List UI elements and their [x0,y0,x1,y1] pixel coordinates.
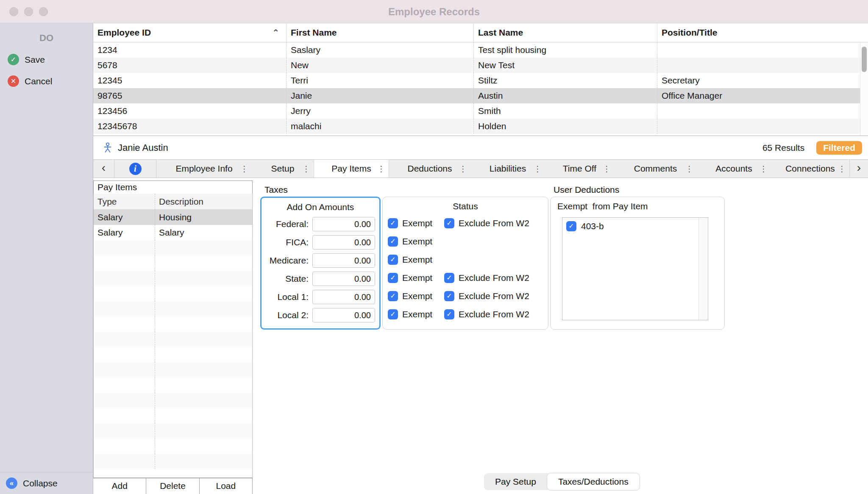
status-row-local2: ✓ Exempt ✓ Exclude From W2 [383,305,548,323]
tab-menu-dots-icon[interactable]: ⋮ [838,164,846,174]
close-window-button[interactable] [9,7,18,16]
tab-setup[interactable]: Setup⋮ [252,160,314,178]
tab-deductions[interactable]: Deductions⋮ [389,160,470,178]
status-row-state: ✓ Exempt ✓ Exclude From W2 [383,269,548,287]
user-deductions-section-label: User Deductions [554,185,619,195]
delete-button[interactable]: Delete [146,478,199,494]
cancel-button[interactable]: ✕ Cancel [0,75,93,87]
empty-row [94,362,252,377]
tab-accounts[interactable]: Accounts⋮ [697,160,771,178]
table-row[interactable]: 123456JerrySmith [93,103,868,119]
table-row[interactable]: 5678NewNew Test [93,58,868,73]
tab-liabilities[interactable]: Liabilities⋮ [470,160,545,178]
current-record-name: Janie Austin [118,142,168,153]
minimize-window-button[interactable] [24,7,33,16]
sidebar-header: DO [0,23,93,44]
tab-menu-dots-icon[interactable]: ⋮ [459,164,467,174]
add-on-amounts-group: Add On Amounts Federal: 0.00 FICA: 0.00 … [260,197,381,330]
tabs-scroll-left-button[interactable]: ‹ [93,160,114,178]
tab-menu-dots-icon[interactable]: ⋮ [685,164,693,174]
medicare-exempt-checkbox[interactable]: ✓ [388,255,398,265]
pay-item-row[interactable]: SalarySalary [94,225,252,240]
pay-items-table: Type Description SalaryHousing SalarySal… [93,194,253,478]
tax-row-local2: Local 2: 0.00 [262,306,379,324]
empty-row [94,316,252,332]
pay-item-row-selected[interactable]: SalaryHousing [94,210,252,225]
tab-menu-dots-icon[interactable]: ⋮ [240,164,248,174]
collapse-button[interactable]: « Collapse [0,477,58,489]
tab-time-off[interactable]: Time Off⋮ [545,160,614,178]
tax-row-state: State: 0.00 [262,269,379,288]
status-row-medicare: ✓ Exempt [383,250,548,269]
tab-employee-info[interactable]: Employee Info⋮ [156,160,252,178]
empty-row [94,240,252,255]
status-title: Status [383,200,548,214]
person-icon [103,142,113,153]
column-header-employee-id[interactable]: Employee ID⌃ [93,23,287,42]
add-button[interactable]: Add [93,478,146,494]
403b-checkbox[interactable]: ✓ [566,221,576,231]
tab-info[interactable]: i [114,160,156,178]
empty-row [94,271,252,286]
column-header-description[interactable]: Description [155,194,252,210]
column-header-last-name[interactable]: Last Name [474,23,657,42]
federal-exempt-checkbox[interactable]: ✓ [388,218,398,228]
tab-menu-dots-icon[interactable]: ⋮ [603,164,611,174]
save-check-icon: ✓ [8,54,19,65]
table-row[interactable]: 12345678malachiHolden [93,119,868,134]
scrollbar-thumb[interactable] [862,47,867,72]
status-row-local1: ✓ Exempt ✓ Exclude From W2 [383,287,548,305]
collapse-chevrons-icon: « [6,477,17,489]
list-scrollbar[interactable] [698,218,708,320]
table-row[interactable]: 1234SaslaryTest split housing [93,42,868,58]
column-header-position-title[interactable]: Position/Title [657,23,868,42]
federal-amount-input[interactable]: 0.00 [312,217,375,231]
tabs-scroll-right-button[interactable]: › [849,160,868,178]
state-exempt-checkbox[interactable]: ✓ [388,273,398,283]
tab-comments[interactable]: Comments⋮ [614,160,697,178]
bottom-segmented-control: Pay Setup Taxes/Deductions [484,473,640,490]
local2-amount-input[interactable]: 0.00 [312,308,375,322]
federal-exclude-w2-checkbox[interactable]: ✓ [444,218,454,228]
save-button[interactable]: ✓ Save [0,54,93,65]
empty-row [94,423,252,438]
local1-exempt-checkbox[interactable]: ✓ [388,291,398,301]
filtered-badge[interactable]: Filtered [816,141,862,155]
load-button[interactable]: Load [200,478,253,494]
local2-exempt-checkbox[interactable]: ✓ [388,309,398,319]
empty-row [94,393,252,408]
empty-row [94,301,252,316]
pay-items-panel-title: Pay Items [93,180,253,194]
zoom-window-button[interactable] [39,7,48,16]
table-row-selected[interactable]: 98765JanieAustinOffice Manager [93,88,868,103]
tab-menu-dots-icon[interactable]: ⋮ [760,164,768,174]
state-amount-input[interactable]: 0.00 [312,272,375,286]
tax-row-fica: FICA: 0.00 [262,233,379,251]
tab-pay-items[interactable]: Pay Items⋮ [314,160,389,178]
local2-exclude-w2-checkbox[interactable]: ✓ [444,309,454,319]
fica-amount-input[interactable]: 0.00 [312,235,375,250]
column-header-first-name[interactable]: First Name [287,23,474,42]
exempt-pay-item-list[interactable]: ✓ 403-b [562,217,708,320]
tab-menu-dots-icon[interactable]: ⋮ [302,164,310,174]
empty-row [94,332,252,347]
app-window: Employee Records DO ✓ Save ✕ Cancel « Co… [0,0,868,494]
table-row[interactable]: 12345TerriStiltzSecretary [93,73,868,88]
column-header-type[interactable]: Type [94,194,155,210]
tab-connections[interactable]: Connections⋮ [771,160,849,178]
tab-pay-setup[interactable]: Pay Setup [484,473,547,490]
local1-amount-input[interactable]: 0.00 [312,290,375,304]
local1-exclude-w2-checkbox[interactable]: ✓ [444,291,454,301]
pay-items-buttons: Add Delete Load [93,478,253,494]
table-scrollbar[interactable] [860,42,868,136]
tab-taxes-deductions[interactable]: Taxes/Deductions [547,473,640,490]
list-item-403b[interactable]: ✓ 403-b [562,218,708,231]
fica-exempt-checkbox[interactable]: ✓ [388,236,398,247]
record-bar: Janie Austin 65 Results Filtered [93,136,868,159]
sort-ascending-icon[interactable]: ⌃ [272,23,279,42]
empty-row [94,377,252,393]
state-exclude-w2-checkbox[interactable]: ✓ [444,273,454,283]
tab-menu-dots-icon[interactable]: ⋮ [534,164,542,174]
medicare-amount-input[interactable]: 0.00 [312,253,375,268]
tab-menu-dots-icon[interactable]: ⋮ [377,164,385,174]
